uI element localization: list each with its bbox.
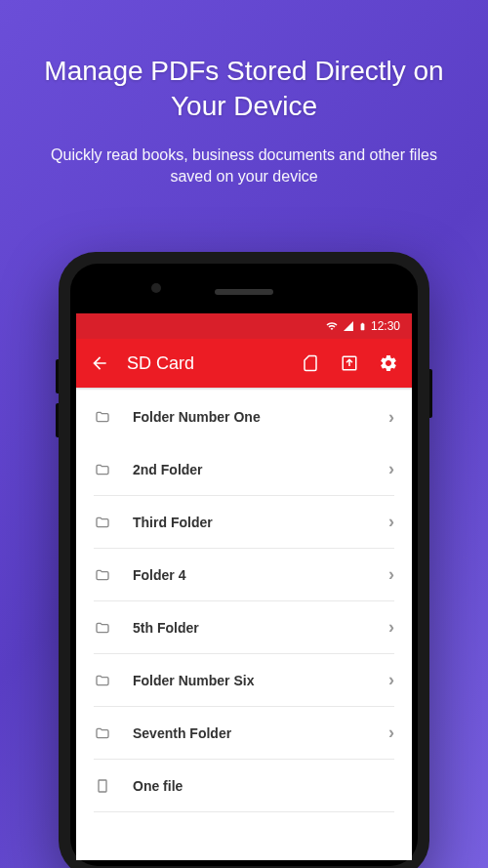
- item-label: Third Folder: [133, 515, 367, 530]
- back-button[interactable]: [90, 353, 109, 373]
- upload-button[interactable]: [340, 353, 359, 373]
- app-bar: SD Card: [76, 339, 412, 388]
- gear-icon: [379, 353, 398, 373]
- list-item[interactable]: Seventh Folder›: [94, 707, 394, 760]
- signal-icon: [342, 320, 355, 332]
- chevron-right-icon: ›: [388, 564, 394, 585]
- phone-screen: 12:30 SD Card: [76, 313, 412, 860]
- list-item[interactable]: Third Folder›: [94, 496, 394, 549]
- folder-icon: [94, 409, 111, 425]
- hero-title: Manage PDFs Stored Directly on Your Devi…: [0, 0, 488, 145]
- folder-icon: [94, 620, 111, 636]
- file-icon: [94, 778, 111, 794]
- phone-power-button: [429, 369, 432, 418]
- list-item[interactable]: One file: [94, 760, 394, 812]
- phone-volume-down: [56, 403, 59, 437]
- phone-frame: 12:30 SD Card: [59, 252, 429, 868]
- arrow-left-icon: [90, 353, 109, 373]
- app-bar-title: SD Card: [127, 353, 283, 374]
- item-label: 5th Folder: [133, 620, 367, 636]
- chevron-right-icon: ›: [388, 617, 394, 638]
- chevron-right-icon: ›: [388, 512, 394, 532]
- settings-button[interactable]: [379, 353, 398, 373]
- list-item[interactable]: Folder Number One›: [94, 391, 394, 443]
- upload-icon: [341, 354, 358, 372]
- list-item[interactable]: 2nd Folder›: [94, 443, 394, 496]
- item-label: Seventh Folder: [133, 725, 367, 741]
- svg-rect-1: [99, 780, 106, 792]
- folder-icon: [94, 515, 111, 530]
- chevron-right-icon: ›: [388, 407, 394, 428]
- folder-icon: [94, 462, 111, 477]
- item-label: Folder 4: [133, 567, 367, 583]
- sdcard-icon: [302, 353, 319, 373]
- list-item[interactable]: Folder 4›: [94, 549, 394, 601]
- chevron-right-icon: ›: [388, 459, 394, 479]
- chevron-right-icon: ›: [388, 670, 394, 690]
- folder-icon: [94, 673, 111, 688]
- phone-volume-up: [56, 359, 59, 393]
- item-label: Folder Number Six: [133, 673, 367, 688]
- file-list: Folder Number One›2nd Folder›Third Folde…: [76, 391, 412, 812]
- item-label: One file: [133, 778, 394, 794]
- battery-icon: [358, 320, 367, 333]
- list-item[interactable]: Folder Number Six›: [94, 654, 394, 707]
- list-item[interactable]: 5th Folder›: [94, 601, 394, 654]
- status-time: 12:30: [371, 319, 400, 333]
- wifi-icon: [325, 320, 339, 332]
- status-bar: 12:30: [76, 313, 412, 339]
- phone-camera: [151, 283, 161, 293]
- chevron-right-icon: ›: [388, 723, 394, 743]
- folder-icon: [94, 725, 111, 741]
- phone-speaker: [215, 289, 273, 295]
- item-label: 2nd Folder: [133, 462, 367, 477]
- hero-subtitle: Quickly read books, business documents a…: [0, 145, 488, 188]
- item-label: Folder Number One: [133, 409, 367, 425]
- folder-icon: [94, 567, 111, 583]
- sdcard-button[interactable]: [301, 353, 320, 373]
